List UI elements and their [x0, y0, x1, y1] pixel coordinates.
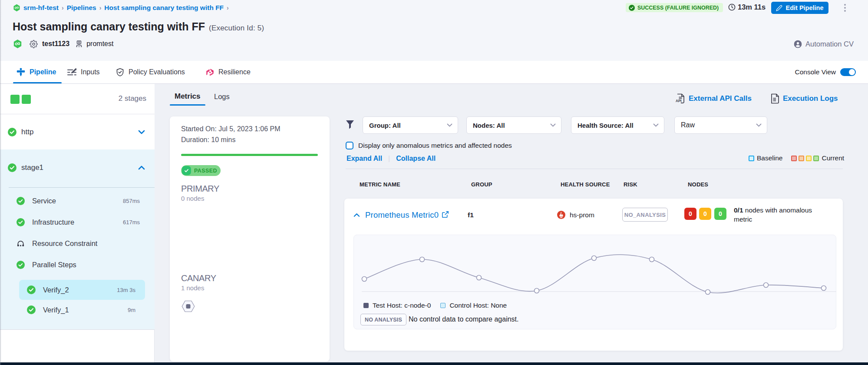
svg-text:API: API: [676, 99, 682, 103]
